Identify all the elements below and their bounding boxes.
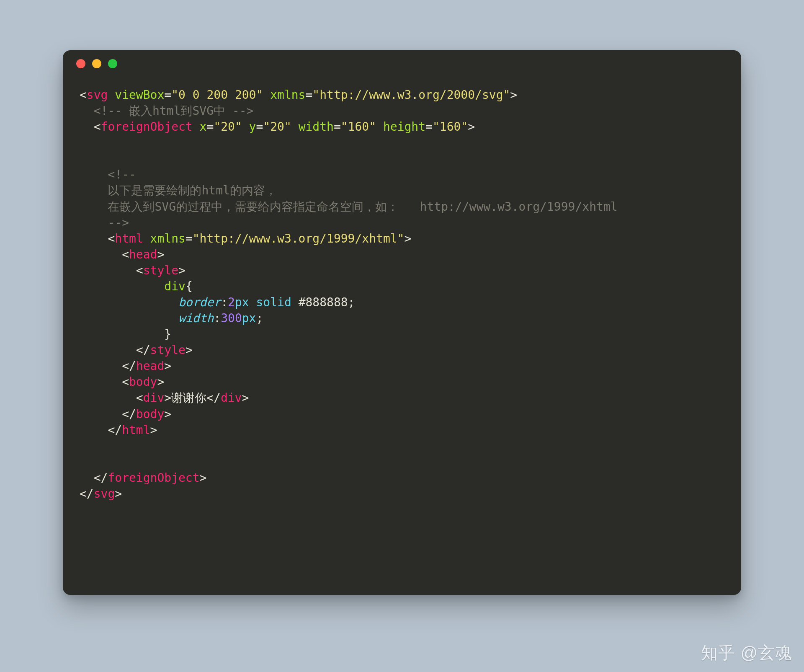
code-line: </svg> [80,487,122,501]
titlebar [63,50,741,77]
code-line: div{ [80,279,193,293]
code-line: <!-- 嵌入html到SVG中 --> [80,104,253,118]
code-line: <html xmlns="http://www.w3.org/1999/xhtm… [80,232,411,246]
code-line: 在嵌入到SVG的过程中，需要给内容指定命名空间，如： http://www.w3… [80,200,618,214]
code-line: border:2px solid #888888; [80,295,355,309]
code-line: </html> [80,423,157,437]
maximize-icon[interactable] [108,59,117,68]
code-window: <svg viewBox="0 0 200 200" xmlns="http:/… [63,50,741,595]
code-line: width:300px; [80,311,263,325]
minimize-icon[interactable] [92,59,101,68]
code-line: <head> [80,248,164,261]
watermark: 知乎 @玄魂 [701,641,792,664]
code-line: </foreignObject> [80,471,206,485]
code-editor: <svg viewBox="0 0 200 200" xmlns="http:/… [63,77,741,519]
code-line: } [80,327,171,341]
code-line: </style> [80,343,193,357]
code-line: </body> [80,407,171,421]
code-line: <svg viewBox="0 0 200 200" xmlns="http:/… [80,88,517,102]
code-line: <!-- [80,168,136,181]
code-line: <div>谢谢你</div> [80,391,249,405]
code-line: <style> [80,264,186,277]
close-icon[interactable] [76,59,85,68]
code-line: 以下是需要绘制的html的内容， [80,184,277,197]
code-line: --> [80,216,129,230]
code-line: <foreignObject x="20" y="20" width="160"… [80,120,475,134]
code-line: </head> [80,359,171,373]
code-line: <body> [80,375,164,389]
